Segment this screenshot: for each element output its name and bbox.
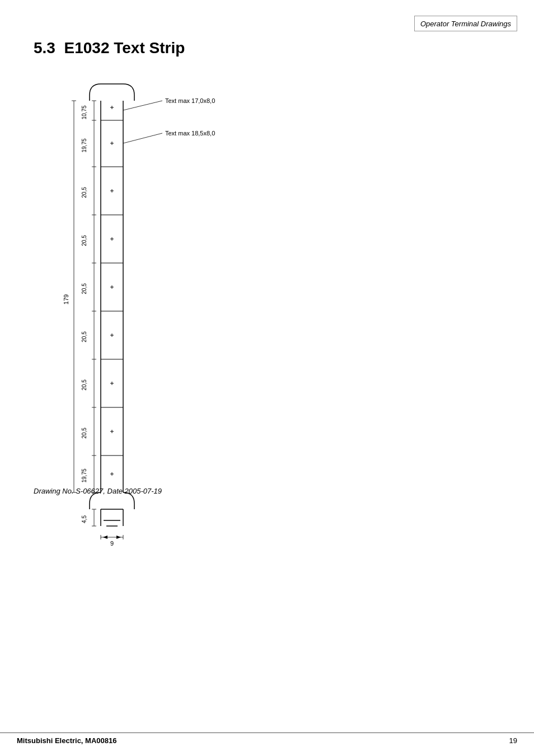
svg-text:20,5: 20,5 bbox=[81, 428, 87, 439]
svg-text:9: 9 bbox=[110, 540, 114, 547]
footer: Mitsubishi Electric, MA00816 19 bbox=[0, 732, 534, 745]
svg-text:20,5: 20,5 bbox=[81, 379, 87, 391]
svg-text:20,5: 20,5 bbox=[81, 283, 87, 294]
section-heading: 5.3 E1032 Text Strip bbox=[34, 39, 185, 57]
section-number: 5.3 bbox=[34, 39, 55, 57]
drawing-caption: Drawing No. S-06627, Date 2005-07-19 bbox=[34, 487, 162, 495]
caption-text: Drawing No. S-06627, Date 2005-07-19 bbox=[34, 487, 162, 495]
svg-line-76 bbox=[123, 101, 162, 110]
footer-company: Mitsubishi Electric, MA00816 bbox=[17, 736, 116, 745]
drawing-container: 10,75 19,75 20,5 20,5 20,5 20,5 20,5 20,… bbox=[34, 67, 269, 534]
section-title: E1032 Text Strip bbox=[64, 39, 185, 57]
svg-marker-74 bbox=[116, 536, 121, 539]
svg-text:20,5: 20,5 bbox=[81, 235, 87, 246]
svg-text:19,75: 19,75 bbox=[81, 138, 87, 152]
svg-text:4,5: 4,5 bbox=[81, 515, 87, 523]
svg-text:20,5: 20,5 bbox=[81, 187, 87, 198]
svg-marker-73 bbox=[103, 536, 107, 539]
svg-text:Text max 17,0x8,0: Text max 17,0x8,0 bbox=[165, 97, 215, 104]
footer-page: 19 bbox=[509, 736, 517, 745]
technical-drawing: 10,75 19,75 20,5 20,5 20,5 20,5 20,5 20,… bbox=[34, 67, 269, 532]
svg-text:20,5: 20,5 bbox=[81, 331, 87, 342]
svg-text:19,75: 19,75 bbox=[81, 468, 87, 482]
svg-text:Text max 18,5x8,0: Text max 18,5x8,0 bbox=[165, 130, 215, 137]
svg-line-78 bbox=[123, 133, 162, 143]
header-bar: Operator Terminal Drawings bbox=[414, 16, 517, 31]
svg-text:10,75: 10,75 bbox=[81, 105, 87, 119]
svg-text:179: 179 bbox=[63, 294, 69, 304]
header-title: Operator Terminal Drawings bbox=[420, 20, 511, 28]
